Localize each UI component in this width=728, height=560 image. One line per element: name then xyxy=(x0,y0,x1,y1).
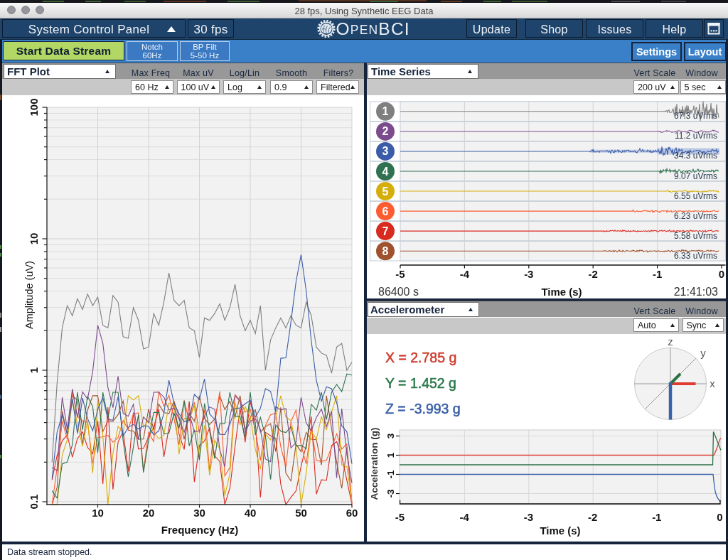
svg-text:OPENBCI: OPENBCI xyxy=(336,19,410,38)
